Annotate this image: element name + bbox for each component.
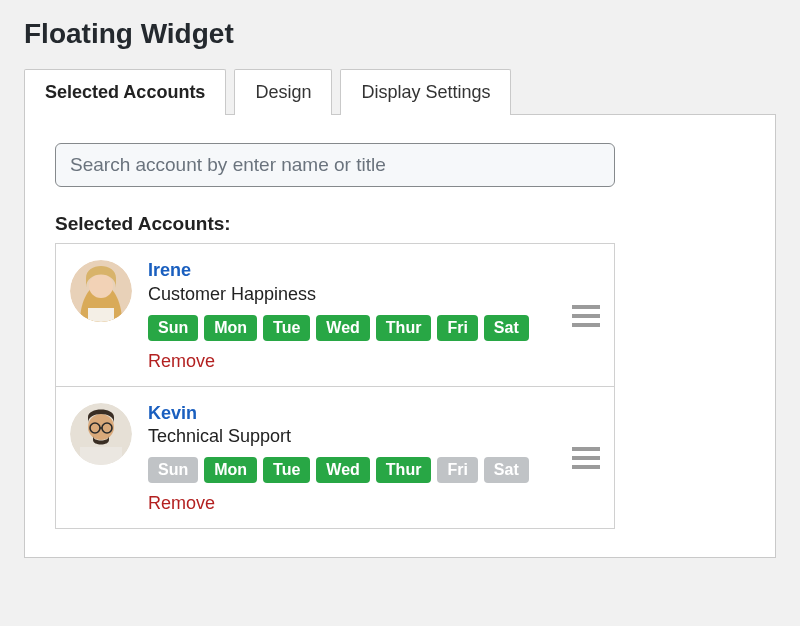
tab-design[interactable]: Design (234, 69, 332, 115)
day-badges: Sun Mon Tue Wed Thur Fri Sat (148, 315, 556, 341)
day-badge-tue[interactable]: Tue (263, 457, 310, 483)
day-badge-sun[interactable]: Sun (148, 457, 198, 483)
svg-rect-3 (88, 308, 114, 322)
day-badge-fri[interactable]: Fri (437, 457, 477, 483)
avatar (70, 403, 132, 465)
day-badge-wed[interactable]: Wed (316, 457, 369, 483)
drag-handle-icon[interactable] (572, 447, 600, 469)
day-badge-mon[interactable]: Mon (204, 457, 257, 483)
svg-point-2 (89, 274, 113, 298)
svg-point-8 (88, 414, 114, 440)
selected-accounts-label: Selected Accounts: (55, 213, 745, 235)
tab-display-settings[interactable]: Display Settings (340, 69, 511, 115)
remove-button[interactable]: Remove (148, 351, 215, 372)
tab-panel: Selected Accounts: (24, 115, 776, 558)
day-badge-sat[interactable]: Sat (484, 315, 529, 341)
day-badge-wed[interactable]: Wed (316, 315, 369, 341)
account-row: Irene Customer Happiness Sun Mon Tue Wed… (56, 244, 614, 386)
account-name[interactable]: Irene (148, 260, 556, 282)
day-badge-mon[interactable]: Mon (204, 315, 257, 341)
account-title: Technical Support (148, 426, 556, 447)
day-badge-sat[interactable]: Sat (484, 457, 529, 483)
avatar (70, 260, 132, 322)
day-badge-fri[interactable]: Fri (437, 315, 477, 341)
remove-button[interactable]: Remove (148, 493, 215, 514)
account-body: Kevin Technical Support Sun Mon Tue Wed … (148, 403, 556, 515)
search-input[interactable] (55, 143, 615, 187)
page-title: Floating Widget (24, 18, 776, 50)
account-body: Irene Customer Happiness Sun Mon Tue Wed… (148, 260, 556, 372)
account-row: Kevin Technical Support Sun Mon Tue Wed … (56, 386, 614, 529)
tab-selected-accounts[interactable]: Selected Accounts (24, 69, 226, 115)
account-name[interactable]: Kevin (148, 403, 556, 425)
drag-handle-icon[interactable] (572, 305, 600, 327)
day-badge-thur[interactable]: Thur (376, 315, 432, 341)
day-badge-thur[interactable]: Thur (376, 457, 432, 483)
account-title: Customer Happiness (148, 284, 556, 305)
accounts-list: Irene Customer Happiness Sun Mon Tue Wed… (55, 243, 615, 529)
day-badge-tue[interactable]: Tue (263, 315, 310, 341)
day-badges: Sun Mon Tue Wed Thur Fri Sat (148, 457, 556, 483)
tabs-bar: Selected Accounts Design Display Setting… (24, 68, 776, 115)
day-badge-sun[interactable]: Sun (148, 315, 198, 341)
svg-rect-7 (80, 447, 122, 465)
